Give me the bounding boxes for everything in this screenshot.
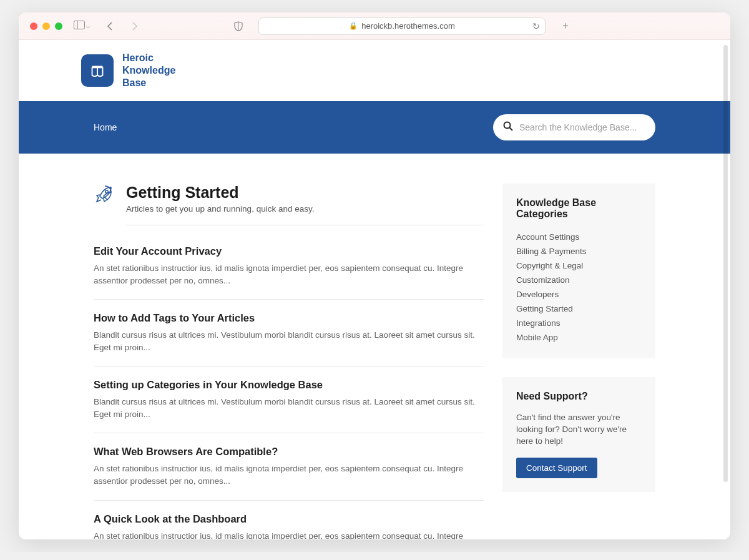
url-text: heroickb.herothemes.com	[361, 21, 455, 31]
article-excerpt: An stet rationibus instructior ius, id m…	[94, 530, 484, 540]
site-header: Heroic Knowledge Base	[19, 40, 730, 101]
page-subtitle: Articles to get you up and running, quic…	[126, 204, 484, 214]
article-item[interactable]: How to Add Tags to Your ArticlesBlandit …	[94, 300, 484, 366]
logo-line-1: Heroic	[122, 52, 175, 64]
svg-rect-0	[74, 21, 85, 29]
traffic-lights	[30, 22, 62, 30]
contact-support-button[interactable]: Contact Support	[516, 458, 597, 478]
svg-line-5	[510, 128, 513, 131]
support-card: Need Support? Can't find the answer you'…	[502, 377, 655, 492]
page-title: Getting Started	[126, 184, 484, 202]
close-window-button[interactable]	[30, 22, 37, 30]
sidebar-toggle-group[interactable]: ⌵	[74, 21, 90, 32]
category-link[interactable]: Billing & Payments	[516, 244, 642, 258]
article-title: What Web Browsers Are Compatible?	[94, 446, 484, 458]
sidebar-icon	[74, 21, 85, 32]
article-excerpt: An stet rationibus instructior ius, id m…	[94, 463, 484, 487]
category-link[interactable]: Account Settings	[516, 230, 642, 244]
rocket-icon	[94, 184, 115, 207]
page-viewport: Heroic Knowledge Base Home	[19, 40, 730, 539]
article-title: Edit Your Account Privacy	[94, 245, 484, 257]
category-link[interactable]: Getting Started	[516, 302, 642, 316]
category-link[interactable]: Integrations	[516, 316, 642, 330]
category-link[interactable]: Developers	[516, 287, 642, 302]
scrollbar[interactable]	[723, 45, 728, 482]
search-box[interactable]	[493, 114, 655, 140]
article-title: A Quick Look at the Dashboard	[94, 513, 484, 525]
support-title: Need Support?	[516, 391, 642, 402]
svg-point-3	[95, 71, 96, 72]
back-button[interactable]	[101, 19, 119, 34]
article-title: How to Add Tags to Your Articles	[94, 312, 484, 324]
article-item[interactable]: Setting up Categories in Your Knowledge …	[94, 366, 484, 433]
chevron-down-icon: ⌵	[86, 22, 90, 29]
url-bar[interactable]: 🔒 heroickb.herothemes.com ↻	[258, 17, 546, 35]
article-excerpt: Blandit cursus risus at ultrices mi. Ves…	[94, 329, 484, 353]
main-column: Getting Started Articles to get you up a…	[94, 184, 484, 539]
categories-card: Knowledge Base Categories Account Settin…	[502, 184, 655, 358]
search-input[interactable]	[519, 122, 645, 132]
new-tab-button[interactable]: ＋	[557, 19, 574, 34]
svg-point-4	[504, 122, 511, 129]
sidebar: Knowledge Base Categories Account Settin…	[502, 184, 655, 539]
article-item[interactable]: Edit Your Account PrivacyAn stet rationi…	[94, 233, 484, 300]
svg-point-6	[105, 190, 108, 193]
category-link[interactable]: Mobile App	[516, 330, 642, 345]
logo-icon	[81, 54, 114, 87]
category-link[interactable]: Copyright & Legal	[516, 258, 642, 273]
hero-bar: Home	[19, 101, 730, 154]
logo-line-3: Base	[122, 77, 175, 89]
refresh-button[interactable]: ↻	[532, 21, 540, 31]
browser-window: ⌵ 🔒 heroickb.herothemes.com ↻ ＋	[19, 12, 730, 539]
browser-toolbar: ⌵ 🔒 heroickb.herothemes.com ↻ ＋	[19, 12, 730, 40]
logo-text: Heroic Knowledge Base	[122, 52, 175, 89]
site-logo[interactable]: Heroic Knowledge Base	[81, 52, 175, 89]
article-excerpt: Blandit cursus risus at ultrices mi. Ves…	[94, 396, 484, 420]
category-link[interactable]: Customization	[516, 273, 642, 287]
article-item[interactable]: A Quick Look at the DashboardAn stet rat…	[94, 501, 484, 540]
search-icon	[503, 121, 513, 134]
minimize-window-button[interactable]	[42, 22, 50, 30]
article-title: Setting up Categories in Your Knowledge …	[94, 379, 484, 391]
forward-button[interactable]	[126, 19, 144, 34]
privacy-shield-icon[interactable]	[230, 19, 247, 34]
content-area: Getting Started Articles to get you up a…	[19, 154, 730, 539]
article-item[interactable]: What Web Browsers Are Compatible?An stet…	[94, 433, 484, 500]
breadcrumb[interactable]: Home	[94, 122, 117, 132]
support-text: Can't find the answer you're looking for…	[516, 412, 642, 448]
article-excerpt: An stet rationibus instructior ius, id m…	[94, 262, 484, 287]
logo-line-2: Knowledge	[122, 64, 175, 77]
categories-title: Knowledge Base Categories	[516, 197, 642, 220]
lock-icon: 🔒	[349, 22, 358, 30]
page-heading: Getting Started Articles to get you up a…	[94, 184, 484, 225]
maximize-window-button[interactable]	[55, 22, 62, 30]
